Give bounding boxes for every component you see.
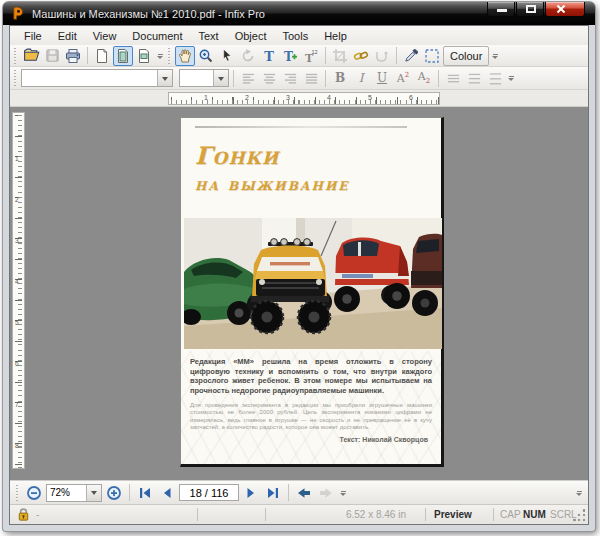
align-justify-button[interactable] xyxy=(301,68,321,88)
window-title: Машины и Механизмы №1 2010.pdf - Infix P… xyxy=(32,8,265,20)
text-T-plus-icon: T xyxy=(282,48,298,64)
infix-app-icon xyxy=(11,6,26,21)
save-button[interactable] xyxy=(42,46,62,66)
horizontal-ruler[interactable]: 1 2 3 4 5 6 xyxy=(168,92,440,105)
hand-tool-button[interactable] xyxy=(175,46,195,66)
marquee-select-button[interactable] xyxy=(422,46,442,66)
first-page-icon xyxy=(137,485,153,501)
vertical-ruler[interactable]: 1 2 3 4 5 6 7 8 xyxy=(12,112,25,469)
first-page-button[interactable] xyxy=(135,483,155,503)
history-forward-button[interactable] xyxy=(316,483,336,503)
page-single-view-button[interactable] xyxy=(92,46,112,66)
toolbar-gripper[interactable] xyxy=(15,485,19,501)
svg-text:T: T xyxy=(264,48,274,63)
status-separator xyxy=(425,508,426,521)
maximize-icon xyxy=(526,5,536,13)
article-intro: Редакция «ММ» решила на время отложить в… xyxy=(190,357,432,395)
align-right-button[interactable] xyxy=(280,68,300,88)
toolbar-gripper[interactable] xyxy=(167,48,171,64)
toolbar-overflow-button[interactable] xyxy=(155,47,165,65)
print-button[interactable] xyxy=(63,46,83,66)
forward-arrow-icon xyxy=(318,485,334,501)
ruler-row: 1 2 3 4 5 6 xyxy=(10,90,588,107)
page-size-indicator: 6.52 x 8.46 in xyxy=(310,509,406,521)
title-bar[interactable]: Машины и Механизмы №1 2010.pdf - Infix P… xyxy=(3,2,595,25)
line-spacing-150-button[interactable] xyxy=(464,68,484,88)
caps-lock-indicator: CAP xyxy=(500,509,521,521)
line-spacing-single-button[interactable] xyxy=(443,68,463,88)
toolbar-overflow-button-right[interactable] xyxy=(574,484,584,502)
history-back-button[interactable] xyxy=(294,483,314,503)
line-spacing-double-button[interactable] xyxy=(485,68,505,88)
subscript-button[interactable]: A2 xyxy=(414,68,434,88)
toolbar-overflow-button[interactable] xyxy=(490,47,500,65)
padlock-icon xyxy=(16,507,31,522)
next-page-button[interactable] xyxy=(241,483,261,503)
rotate-tool-button[interactable] xyxy=(238,46,258,66)
crop-tool-button[interactable] xyxy=(330,46,350,66)
page-width-icon xyxy=(136,48,152,64)
menu-document[interactable]: Document xyxy=(124,28,190,44)
zoom-tool-button[interactable] xyxy=(196,46,216,66)
arrow-cursor-icon xyxy=(220,48,235,63)
select-tool-button[interactable] xyxy=(217,46,237,66)
eyedropper-tool-button[interactable] xyxy=(401,46,421,66)
subscript-icon: A2 xyxy=(418,70,430,85)
close-button[interactable] xyxy=(545,2,585,17)
font-family-dropdown[interactable] xyxy=(157,70,172,86)
bold-icon: B xyxy=(335,71,345,85)
superscript-icon: A2 xyxy=(397,71,409,85)
line-spacing-150-icon xyxy=(467,71,482,86)
chevron-down-icon xyxy=(91,491,97,498)
page-number-field[interactable] xyxy=(179,484,239,501)
maximize-button[interactable] xyxy=(516,2,544,17)
menu-file[interactable]: File xyxy=(16,28,50,44)
menu-edit[interactable]: Edit xyxy=(50,28,85,44)
colour-button[interactable]: Colour xyxy=(443,46,489,66)
ruler-number: 8 xyxy=(15,443,19,450)
status-dash: - xyxy=(36,509,39,521)
page-width-view-button[interactable] xyxy=(134,46,154,66)
toolbar-overflow-button[interactable] xyxy=(338,484,348,502)
zoom-out-button[interactable] xyxy=(24,483,44,503)
menu-text[interactable]: Text xyxy=(191,28,227,44)
menu-bar: File Edit View Document Text Object Tool… xyxy=(10,26,588,45)
page-fit-icon xyxy=(115,48,131,64)
superscript-button[interactable]: A2 xyxy=(393,68,413,88)
underline-button[interactable]: U xyxy=(372,68,392,88)
font-family-input[interactable] xyxy=(22,70,157,86)
page-fit-view-button[interactable] xyxy=(113,46,133,66)
font-size-dropdown[interactable] xyxy=(213,70,228,86)
zoom-level-dropdown[interactable] xyxy=(86,485,101,501)
document-canvas[interactable]: 1 2 3 4 5 6 7 8 Гонки на выживание xyxy=(10,107,588,480)
last-page-button[interactable] xyxy=(263,483,283,503)
reflow-tool-button[interactable] xyxy=(372,46,392,66)
previous-page-icon xyxy=(159,485,175,501)
eyedropper-icon xyxy=(404,48,419,63)
open-button[interactable] xyxy=(21,46,41,66)
fit-text-tool-button[interactable]: T 12 xyxy=(301,46,321,66)
menu-help[interactable]: Help xyxy=(316,28,355,44)
bold-button[interactable]: B xyxy=(330,68,350,88)
zoom-in-button[interactable] xyxy=(104,483,124,503)
minimize-button[interactable] xyxy=(487,2,515,17)
pdf-page[interactable]: Гонки на выживание xyxy=(180,117,444,467)
italic-button[interactable]: I xyxy=(351,68,371,88)
menu-view[interactable]: View xyxy=(85,28,125,44)
menu-object[interactable]: Object xyxy=(227,28,275,44)
menu-tools[interactable]: Tools xyxy=(274,28,316,44)
article-byline: Текст: Николай Скворцов xyxy=(340,436,429,443)
hyperlink-tool-button[interactable] xyxy=(351,46,371,66)
add-text-tool-button[interactable]: T xyxy=(280,46,300,66)
previous-page-button[interactable] xyxy=(157,483,177,503)
toolbar-gripper[interactable] xyxy=(13,48,17,64)
align-left-button[interactable] xyxy=(238,68,258,88)
align-center-button[interactable] xyxy=(259,68,279,88)
font-size-input[interactable] xyxy=(180,70,213,86)
toolbar-overflow-button[interactable] xyxy=(506,69,516,87)
magnifier-icon xyxy=(198,48,214,64)
zoom-level-input[interactable] xyxy=(47,485,86,501)
resize-grip[interactable] xyxy=(573,509,586,522)
toolbar-gripper[interactable] xyxy=(13,70,17,86)
text-tool-button[interactable]: T xyxy=(259,46,279,66)
